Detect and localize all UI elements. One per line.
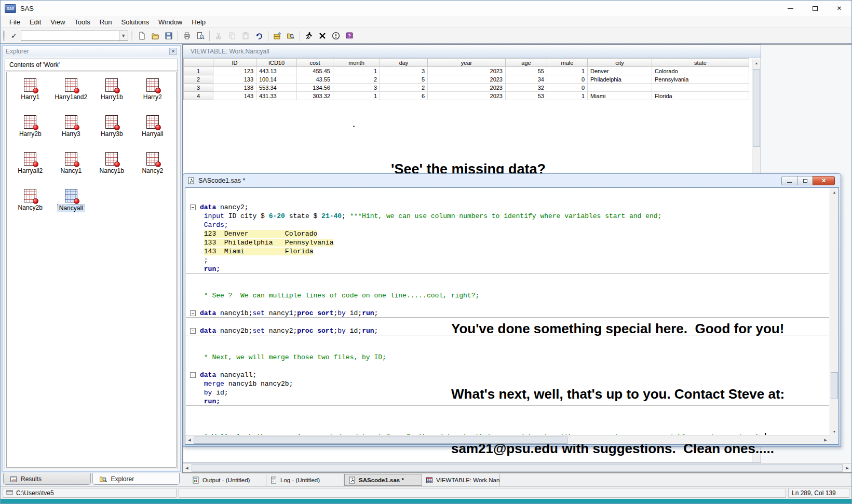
column-header-day[interactable]: day bbox=[380, 59, 428, 67]
data-cell[interactable]: 1 bbox=[333, 67, 380, 75]
data-cell[interactable]: 0 bbox=[547, 84, 588, 92]
dataset-item-harry1and2[interactable]: Harry1and2 bbox=[51, 76, 92, 113]
column-header-cost[interactable]: cost bbox=[297, 59, 333, 67]
menu-item-window[interactable]: Window bbox=[154, 17, 187, 27]
data-cell[interactable]: 2 bbox=[333, 75, 380, 84]
explorer-button[interactable] bbox=[284, 30, 297, 42]
menu-item-run[interactable]: Run bbox=[95, 17, 117, 27]
menu-item-help[interactable]: Help bbox=[187, 17, 210, 27]
column-header-male[interactable]: male bbox=[547, 59, 588, 67]
data-cell[interactable]: 143 bbox=[213, 92, 256, 100]
minimize-button[interactable] bbox=[781, 176, 797, 185]
fold-toggle-icon[interactable] bbox=[190, 372, 196, 378]
scroll-right-icon[interactable]: ▶ bbox=[843, 464, 851, 472]
scroll-left-icon[interactable]: ◀ bbox=[185, 436, 194, 444]
scrollbar-thumb[interactable] bbox=[753, 69, 760, 147]
workspace-horizontal-scrollbar[interactable]: ◀ ▶ bbox=[183, 463, 851, 472]
column-header-year[interactable]: year bbox=[428, 59, 506, 67]
data-cell[interactable]: 303.32 bbox=[297, 92, 333, 100]
scroll-left-icon[interactable]: ◀ bbox=[183, 464, 191, 472]
save-button[interactable] bbox=[162, 30, 175, 42]
row-number-cell[interactable]: 1 bbox=[184, 67, 213, 75]
data-cell[interactable]: Colorado bbox=[652, 67, 749, 75]
dataset-item-nancy2[interactable]: Nancy2 bbox=[132, 150, 173, 187]
close-button[interactable]: ✕ bbox=[827, 1, 851, 16]
menu-item-solutions[interactable]: Solutions bbox=[117, 17, 154, 27]
toolbar-grip[interactable] bbox=[3, 31, 5, 41]
dataset-item-harryall[interactable]: Harryall bbox=[132, 113, 173, 150]
titlebar[interactable]: sas SAS ✕ bbox=[1, 1, 851, 16]
chevron-down-icon[interactable]: ▼ bbox=[119, 31, 128, 40]
data-cell[interactable]: 2023 bbox=[428, 67, 506, 75]
menu-item-tools[interactable]: Tools bbox=[70, 17, 94, 27]
scroll-up-icon[interactable]: ▲ bbox=[752, 59, 761, 67]
editor-vertical-scrollbar[interactable]: ▲ ▼ bbox=[830, 188, 839, 435]
dataset-item-harry2[interactable]: Harry2 bbox=[132, 76, 173, 113]
dataset-item-nancy1[interactable]: Nancy1 bbox=[51, 150, 92, 187]
explorer-close-button[interactable]: ✕ bbox=[169, 48, 177, 55]
print-button[interactable] bbox=[180, 30, 194, 42]
scrollbar-thumb[interactable] bbox=[194, 437, 567, 444]
scrollbar-thumb[interactable] bbox=[831, 372, 838, 399]
dataset-item-harry2b[interactable]: Harry2b bbox=[10, 113, 51, 150]
data-cell[interactable] bbox=[652, 84, 749, 92]
fold-toggle-icon[interactable] bbox=[190, 328, 196, 334]
window-button-output[interactable]: Output - (Untitled) bbox=[188, 474, 266, 486]
data-cell[interactable]: Florida bbox=[652, 92, 749, 100]
data-cell[interactable]: 134.56 bbox=[297, 84, 333, 92]
column-header-state[interactable]: state bbox=[652, 59, 749, 67]
dataset-item-harry3b[interactable]: Harry3b bbox=[91, 113, 132, 150]
open-folder-button[interactable] bbox=[148, 30, 162, 42]
dataset-item-harryall2[interactable]: Harryall2 bbox=[10, 150, 51, 187]
cut-button[interactable] bbox=[212, 30, 225, 42]
row-number-header[interactable] bbox=[184, 59, 213, 67]
restore-button[interactable] bbox=[797, 176, 813, 185]
data-cell[interactable] bbox=[588, 84, 652, 92]
data-cell[interactable]: 123 bbox=[213, 67, 256, 75]
attention-button[interactable] bbox=[329, 30, 343, 42]
command-input[interactable] bbox=[21, 31, 119, 40]
dataset-item-nancy2b[interactable]: Nancy2b bbox=[10, 187, 51, 224]
data-cell[interactable]: Denver bbox=[588, 67, 652, 75]
work-library-listview[interactable]: Harry1Harry1and2Harry1bHarry2Harry2bHarr… bbox=[6, 72, 177, 468]
menu-item-view[interactable]: View bbox=[46, 17, 70, 27]
viewtable-titlebar[interactable]: VIEWTABLE: Work.Nancyall bbox=[183, 45, 761, 58]
data-cell[interactable]: 455.45 bbox=[297, 67, 333, 75]
paste-button[interactable] bbox=[239, 30, 252, 42]
data-cell[interactable]: 431.33 bbox=[256, 92, 297, 100]
row-number-cell[interactable]: 3 bbox=[184, 84, 213, 92]
data-cell[interactable]: 0 bbox=[547, 75, 588, 84]
data-cell[interactable]: 100.14 bbox=[256, 75, 297, 84]
data-cell[interactable]: 133 bbox=[213, 75, 256, 84]
new-library-button[interactable] bbox=[271, 30, 284, 42]
editor-titlebar[interactable]: SAScode1.sas * ✕ bbox=[183, 174, 841, 187]
window-button-viewtable[interactable]: VIEWTABLE: Work.Nanc... bbox=[422, 474, 500, 486]
data-cell[interactable]: 53 bbox=[506, 92, 547, 100]
data-cell[interactable]: 443.13 bbox=[256, 67, 297, 75]
dataset-item-nancyall[interactable]: Nancyall bbox=[51, 187, 92, 224]
maximize-button[interactable] bbox=[803, 1, 827, 16]
dataset-item-harry1b[interactable]: Harry1b bbox=[91, 76, 132, 113]
editor-horizontal-scrollbar[interactable]: ◀ ▶ bbox=[185, 435, 830, 444]
data-cell[interactable]: 3 bbox=[333, 84, 380, 92]
new-document-button[interactable] bbox=[135, 30, 148, 42]
data-cell[interactable]: 5 bbox=[380, 75, 428, 84]
row-number-cell[interactable]: 4 bbox=[184, 92, 213, 100]
menu-item-edit[interactable]: Edit bbox=[25, 17, 46, 27]
row-number-cell[interactable]: 2 bbox=[184, 75, 213, 84]
data-cell[interactable]: 1 bbox=[547, 92, 588, 100]
command-bar[interactable]: ▼ bbox=[21, 31, 128, 41]
minimize-button[interactable] bbox=[778, 1, 803, 16]
column-header-city[interactable]: city bbox=[588, 59, 652, 67]
data-cell[interactable]: 34 bbox=[506, 75, 547, 84]
data-cell[interactable]: 55 bbox=[506, 67, 547, 75]
data-cell[interactable]: 553.34 bbox=[256, 84, 297, 92]
data-cell[interactable]: 138 bbox=[213, 84, 256, 92]
break-button[interactable] bbox=[316, 30, 329, 42]
data-cell[interactable]: 2023 bbox=[428, 75, 506, 84]
data-cell[interactable]: 1 bbox=[333, 92, 380, 100]
data-cell[interactable]: 2023 bbox=[428, 84, 506, 92]
tab-explorer[interactable]: Explorer bbox=[92, 473, 180, 485]
explorer-pane-titlebar[interactable]: Explorer ✕ bbox=[3, 46, 180, 57]
window-button-log[interactable]: Log - (Untitled) bbox=[266, 474, 344, 486]
